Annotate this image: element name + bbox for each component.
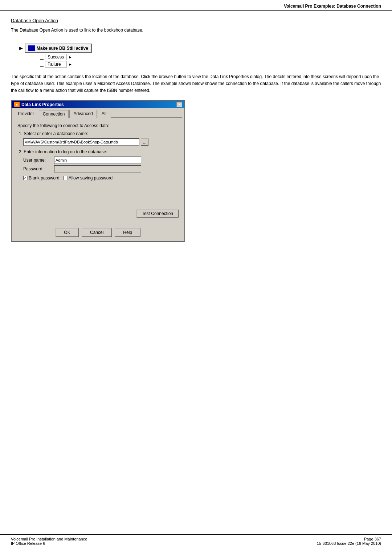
blank-password-checkbox-item[interactable]: ✓ Blank password (23, 175, 60, 181)
checkbox-row: ✓ Blank password Allow saving password (23, 175, 179, 181)
footer-left: Voicemail Pro Installation and Maintenan… (11, 537, 87, 546)
tab-provider[interactable]: Provider (14, 110, 38, 118)
dialog-footer: OK Cancel Help (12, 225, 184, 241)
tab-advanced[interactable]: Advanced (69, 110, 97, 118)
test-connection-row: Test Connection (17, 210, 179, 218)
allow-saving-label: Allow saving password (69, 175, 113, 181)
flow-branches: Success ► Failure ► (40, 54, 92, 68)
browse-button[interactable]: ... (141, 138, 148, 146)
dialog-close-button[interactable]: × (176, 102, 182, 107)
password-row: Password: (23, 165, 179, 173)
db-path-input[interactable] (23, 138, 139, 146)
dialog-tabs: Provider Connection Advanced All (12, 108, 184, 118)
main-paragraph: The specific tab of the action contains … (11, 73, 381, 94)
branch-success-label: Success (45, 54, 67, 60)
flow-branch-failure: Failure ► (40, 61, 92, 68)
dialog-step2: 2. Enter information to log on to the da… (19, 149, 179, 154)
branch-failure-label: Failure (45, 61, 67, 68)
section-title: Database Open Action (11, 18, 381, 23)
tab-connection[interactable]: Connection (39, 110, 69, 118)
data-link-properties-dialog[interactable]: ■ Data Link Properties × Provider Connec… (11, 100, 185, 242)
page-footer: Voicemail Pro Installation and Maintenan… (0, 534, 392, 548)
flow-node: Make sure DB Still active (25, 44, 92, 53)
tab-all[interactable]: All (98, 110, 110, 118)
username-input[interactable] (54, 157, 141, 164)
flow-branch-success: Success ► (40, 54, 92, 60)
footer-left-line1: Voicemail Pro Installation and Maintenan… (11, 537, 87, 541)
flow-entry-arrow: ► (18, 45, 24, 52)
dialog-title: Data Link Properties (21, 102, 64, 107)
password-label: Password: (23, 166, 54, 171)
footer-right: Page 367 15-601063 Issue 22e (16 May 201… (317, 537, 381, 546)
help-button[interactable]: Help (115, 228, 140, 237)
dialog-step1: 1. Select or enter a database name: (19, 131, 179, 136)
dialog-body: Specify the following to connect to Acce… (12, 118, 184, 225)
footer-left-line2: IP Office Release 6 (11, 541, 87, 546)
db-path-row: ... (23, 138, 179, 146)
page-header: Voicemail Pro Examples: Database Connect… (0, 0, 392, 11)
username-row: User name: (23, 157, 179, 164)
allow-saving-checkbox-item[interactable]: Allow saving password (63, 175, 113, 181)
page-content: Database Open Action The Database Open A… (0, 11, 392, 253)
password-input[interactable] (54, 165, 141, 173)
dialog-title-icon: ■ (14, 102, 20, 107)
dialog-intro: Specify the following to connect to Acce… (17, 123, 179, 128)
dialog-titlebar-left: ■ Data Link Properties (14, 102, 64, 107)
flow-node-label: Make sure DB Still active (37, 46, 88, 51)
branch-failure-arrow: ► (68, 62, 72, 66)
flow-node-icon (28, 45, 35, 51)
allow-saving-checkbox[interactable] (63, 176, 68, 180)
ok-button[interactable]: OK (56, 228, 79, 237)
username-label: User name: (23, 158, 54, 163)
blank-password-label: Blank password (29, 175, 60, 181)
header-title: Voicemail Pro Examples: Database Connect… (284, 4, 381, 9)
flow-diagram: ► Make sure DB Still active Success ► Fa… (18, 44, 92, 68)
dialog-titlebar: ■ Data Link Properties × (12, 101, 184, 108)
branch-success-arrow: ► (68, 55, 72, 59)
blank-password-checkbox[interactable]: ✓ (23, 176, 28, 180)
footer-right-line1: Page 367 (317, 537, 381, 541)
section-description: The Database Open Action is used to link… (11, 27, 381, 33)
cancel-button[interactable]: Cancel (82, 228, 112, 237)
test-connection-button[interactable]: Test Connection (136, 210, 179, 218)
footer-right-line2: 15-601063 Issue 22e (16 May 2010) (317, 541, 381, 546)
